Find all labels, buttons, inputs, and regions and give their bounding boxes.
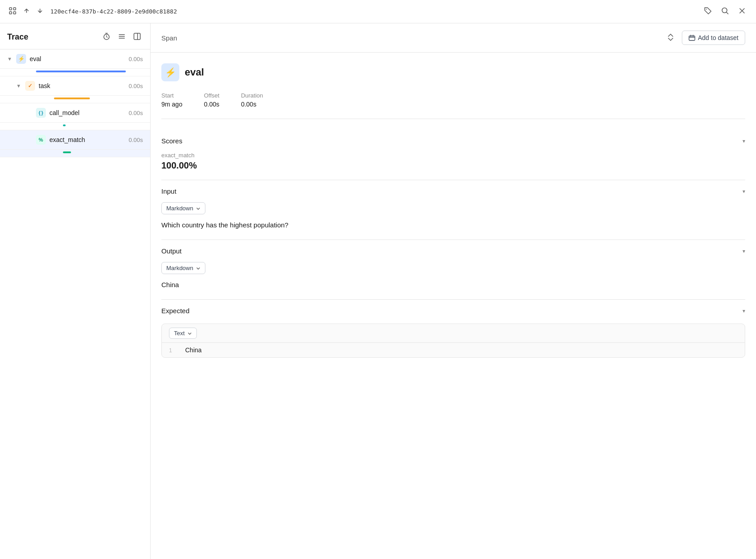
right-panel: Span Add to dataset [151,23,756,559]
exact-match-icon: % [36,135,46,145]
scores-body: exact_match 100.00% [161,152,745,180]
scores-chevron: ▾ [743,138,745,144]
duration-value: 0.00s [241,101,263,108]
eval-time: 0.00s [129,56,143,62]
meta-offset: Offset 0.00s [204,92,219,108]
tree-item-exact-match[interactable]: % exact_match 0.00s [0,130,150,157]
svg-rect-0 [9,8,12,10]
exact-match-timeline-bar [63,151,71,153]
output-content: China [161,280,745,290]
scores-section-header[interactable]: Scores ▾ [161,130,745,152]
tree-item-call-model[interactable]: {} call_model 0.00s [0,103,150,130]
input-format-label: Markdown [166,205,193,212]
nav-screenshot-button[interactable] [7,5,18,18]
svg-point-5 [722,8,727,13]
topbar-nav [7,5,45,18]
expected-format-label: Text [174,330,185,337]
span-title-row: ⚡ eval [161,63,745,81]
svg-rect-2 [9,12,12,14]
output-format-dropdown[interactable]: Markdown [161,262,205,274]
expected-body: Text 1 China [161,324,745,367]
eval-icon: ⚡ [16,54,26,64]
expected-chevron: ▾ [743,308,745,314]
topbar-right [701,4,749,19]
meta-row: Start 9m ago Offset 0.00s Duration 0.00s [161,92,745,119]
expected-title: Expected [161,307,190,315]
input-section: Input ▾ Markdown Which country has the h… [161,180,745,240]
input-body: Markdown Which country has the highest p… [161,202,745,240]
panel-header-right: Add to dataset [665,31,745,45]
span-content: ⚡ eval Start 9m ago Offset 0.00s Duratio… [151,53,756,377]
span-name: eval [185,67,204,78]
trace-id: 120ecf4e-837b-4c22-8809-2e9d00c81882 [50,8,177,15]
input-chevron: ▾ [743,188,745,195]
scores-section: Scores ▾ exact_match 100.00% [161,130,745,180]
panel-header: Span Add to dataset [151,23,756,53]
input-section-header[interactable]: Input ▾ [161,180,745,202]
sidebar-header: Trace [0,23,150,49]
panel-button[interactable] [131,31,143,44]
start-value: 9m ago [161,101,182,108]
tree-item-eval[interactable]: ▼ ⚡ eval 0.00s [0,49,150,76]
task-icon: ✓ [25,81,35,91]
task-time: 0.00s [129,83,143,89]
close-button[interactable] [735,4,749,19]
text-format-dropdown[interactable]: Text [169,328,197,339]
output-body: Markdown China [161,262,745,299]
call-model-time: 0.00s [129,110,143,116]
nav-up-button[interactable] [22,6,31,17]
svg-rect-8 [689,36,695,40]
output-section: Output ▾ Markdown China [161,240,745,300]
exact-match-time: 0.00s [129,137,143,143]
add-dataset-label: Add to dataset [698,34,738,41]
svg-rect-7 [134,33,140,40]
expected-section: Expected ▾ Text [161,300,745,367]
output-format-label: Markdown [166,265,193,271]
start-label: Start [161,92,182,99]
topbar-left: 120ecf4e-837b-4c22-8809-2e9d00c81882 [7,5,177,18]
duration-label: Duration [241,92,263,99]
call-model-icon: {} [36,108,46,118]
panel-header-title: Span [161,34,177,42]
svg-rect-1 [13,8,16,10]
output-section-header[interactable]: Output ▾ [161,240,745,262]
expected-box-header: Text [162,324,745,343]
exact-match-label: exact_match [49,136,129,143]
task-timeline-bar [54,98,90,99]
call-model-label: call_model [49,109,129,116]
layout-button[interactable] [116,31,128,44]
eval-label: eval [30,55,129,62]
chevron-icon: ▼ [7,56,14,62]
main-layout: Trace [0,23,756,559]
sidebar: Trace [0,23,151,559]
chevron-icon: ▼ [16,83,23,89]
svg-point-4 [706,9,707,10]
meta-start: Start 9m ago [161,92,182,108]
output-title: Output [161,247,182,255]
task-label: task [39,82,129,89]
collapse-button[interactable] [665,31,676,44]
offset-value: 0.00s [204,101,219,108]
offset-label: Offset [204,92,219,99]
topbar: 120ecf4e-837b-4c22-8809-2e9d00c81882 [0,0,756,23]
add-to-dataset-button[interactable]: Add to dataset [682,31,745,45]
line-number: 1 [169,347,178,354]
expected-section-header[interactable]: Expected ▾ [161,300,745,322]
line-text: China [185,346,202,354]
scores-title: Scores [161,137,182,145]
search-button[interactable] [718,4,732,19]
svg-rect-3 [13,12,16,14]
tag-button[interactable] [701,4,715,19]
nav-down-button[interactable] [35,6,45,17]
sidebar-actions [101,31,143,44]
sidebar-title: Trace [7,32,28,42]
input-content: Which country has the highest population… [161,220,745,231]
tree-item-task[interactable]: ▼ ✓ task 0.00s [0,76,150,103]
input-title: Input [161,187,176,195]
expected-box: Text 1 China [161,324,745,358]
timer-button[interactable] [101,31,112,44]
score-label: exact_match [161,152,745,159]
input-format-dropdown[interactable]: Markdown [161,202,205,214]
call-model-timeline-bar [63,124,66,126]
expected-line-1: 1 China [162,343,745,357]
